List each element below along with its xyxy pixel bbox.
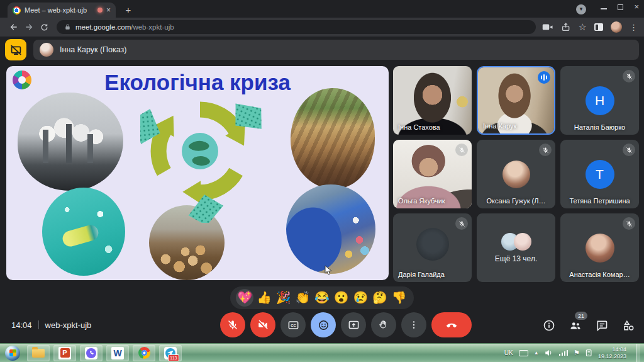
reaction-laugh-button[interactable]: 😂 <box>313 289 331 307</box>
call-controls: CC <box>220 312 472 337</box>
browser-menu-icon[interactable]: ⋮ <box>630 23 638 32</box>
call-control-bar: 14:04 web-xpkt-ujb CC <box>0 312 644 339</box>
camera-in-use-icon[interactable] <box>542 23 553 31</box>
address-bar[interactable]: meet.google.com/web-xpkt-ujb <box>57 20 536 34</box>
presenter-banner[interactable]: Інна Карук (Показ) <box>33 40 639 60</box>
participant-grid: Інна Стахова Інна Карук Н Наталія Баюрко <box>393 66 639 282</box>
share-icon[interactable] <box>561 22 571 32</box>
participant-avatar <box>514 233 531 251</box>
recycle-symbol-graphic <box>140 87 282 223</box>
raise-hand-button[interactable] <box>371 312 396 337</box>
mic-muted-icon <box>623 217 635 230</box>
tray-clock[interactable]: 14:04 19.12.2023 <box>598 346 626 359</box>
tab-close-icon[interactable]: × <box>106 6 111 14</box>
people-panel-button[interactable]: 21 <box>567 317 584 334</box>
presenting-banner-row: Інна Карук (Показ) <box>5 39 639 60</box>
taskbar-word[interactable]: W <box>106 345 129 361</box>
participant-name: Оксана Гужук (Л… <box>477 197 555 205</box>
overflow-avatars: Ещё 13 чел. <box>495 233 537 263</box>
soil-erosion-image <box>291 88 375 189</box>
taskbar-explorer[interactable] <box>27 345 50 361</box>
tile-anastasia-komar[interactable]: Анастасія Комар… <box>560 213 639 282</box>
window-close-button[interactable]: × <box>634 4 639 10</box>
shared-screen-slide[interactable]: Екологічна криза <box>6 66 389 280</box>
tile-inna-karuk[interactable]: Інна Карук <box>477 66 555 135</box>
end-call-button[interactable] <box>431 312 472 337</box>
new-tab-button[interactable]: + <box>122 4 135 16</box>
keyboard-layout-icon[interactable] <box>519 350 528 356</box>
svg-text:CC: CC <box>291 324 296 327</box>
language-indicator[interactable]: UK <box>504 349 513 356</box>
recording-indicator-icon <box>97 8 103 13</box>
windows-taskbar: P W 113 UK ▲ ⚑ 14:04 19.12.2023 <box>0 343 644 362</box>
camera-off-button[interactable] <box>250 312 275 337</box>
window-restore-button[interactable] <box>618 4 623 10</box>
tile-olha-yakubchyk[interactable]: Ольга Якубчик <box>393 140 472 208</box>
captions-button[interactable]: CC <box>280 312 306 337</box>
tile-natalia-baiurko[interactable]: Н Наталія Баюрко <box>560 66 639 135</box>
forward-button[interactable] <box>21 20 36 35</box>
tray-document-icon[interactable] <box>586 349 592 357</box>
plastic-in-water-image <box>42 188 125 276</box>
action-center-flag-icon[interactable]: ⚑ <box>574 349 580 357</box>
reload-button[interactable] <box>36 20 52 35</box>
browser-tab[interactable]: Meet – web-xpkt-ujb × <box>8 3 116 18</box>
plastic-bottle-graphic <box>60 223 100 249</box>
taskbar-powerpoint[interactable]: P <box>53 345 76 361</box>
more-options-button[interactable] <box>401 312 426 337</box>
mic-muted-icon <box>539 144 552 156</box>
meeting-details-button[interactable] <box>541 317 557 334</box>
show-desktop-button[interactable] <box>636 344 640 362</box>
window-minimize-button[interactable] <box>601 8 607 9</box>
telegram-icon: 113 <box>164 347 177 359</box>
reaction-sad-button[interactable]: 😢 <box>352 289 369 307</box>
reaction-thumbs-up-button[interactable]: 👍 <box>255 289 273 307</box>
bookmark-star-icon[interactable]: ☆ <box>579 23 587 31</box>
meeting-time: 14:04 <box>11 320 32 330</box>
mic-muted-icon <box>455 217 468 230</box>
tab-search-chevron-icon[interactable]: ▾ <box>576 4 586 14</box>
browser-toolbar: meet.google.com/web-xpkt-ujb ☆ ⋮ <box>0 18 644 37</box>
mic-off-button[interactable] <box>220 312 245 337</box>
reaction-party-button[interactable]: 🎉 <box>275 289 292 307</box>
stop-presenting-button[interactable] <box>5 39 26 60</box>
participant-avatar <box>416 228 449 261</box>
reaction-thinking-button[interactable]: 🤔 <box>371 289 389 307</box>
initial-avatar: Н <box>586 86 614 115</box>
present-screen-button[interactable] <box>341 312 366 337</box>
volume-icon[interactable] <box>545 349 553 357</box>
url-host: meet.google.com <box>75 23 131 31</box>
tile-more-participants[interactable]: Ещё 13 чел. <box>477 213 555 282</box>
reaction-clap-button[interactable]: 👏 <box>294 289 311 307</box>
profile-avatar[interactable] <box>611 21 622 33</box>
reaction-heart-button[interactable]: 💖 <box>236 289 253 307</box>
back-button[interactable] <box>6 20 21 35</box>
system-tray: UK ▲ ⚑ 14:04 19.12.2023 <box>504 344 641 362</box>
hidden-icons-chevron[interactable]: ▲ <box>534 350 539 356</box>
participant-name: Наталія Баюрко <box>560 123 639 131</box>
presenter-name: Інна Карук (Показ) <box>60 45 127 54</box>
chat-panel-button[interactable] <box>594 317 610 334</box>
tile-oksana-huzhuk[interactable]: Оксана Гужук (Л… <box>477 140 555 208</box>
reaction-thumbs-down-button[interactable]: 👎 <box>391 289 408 307</box>
reaction-surprised-button[interactable]: 😮 <box>333 289 350 307</box>
tile-daria-halaida[interactable]: Дарія Галайда <box>393 213 472 282</box>
reactions-button[interactable] <box>311 312 336 337</box>
tray-date: 19.12.2023 <box>598 353 626 359</box>
chimney-graphic <box>43 130 48 163</box>
taskbar-viber[interactable] <box>80 345 103 361</box>
taskbar-chrome[interactable] <box>133 345 155 361</box>
meeting-panels: 21 <box>541 313 636 338</box>
side-panel-icon[interactable] <box>594 23 603 31</box>
activities-button[interactable] <box>620 317 636 334</box>
mic-muted-icon <box>623 70 635 82</box>
tile-inna-stakhova[interactable]: Інна Стахова <box>393 66 472 135</box>
factory-pollution-image <box>18 93 123 191</box>
tile-tetiana-petryshyna[interactable]: Т Тетяна Петришина <box>560 140 639 208</box>
participant-name: Інна Стахова <box>398 123 440 131</box>
taskbar-telegram[interactable]: 113 <box>159 345 182 361</box>
initial-avatar: Т <box>586 160 614 189</box>
start-button[interactable] <box>5 346 20 361</box>
network-signal-icon[interactable] <box>559 350 569 356</box>
participant-count-badge: 21 <box>575 312 587 320</box>
